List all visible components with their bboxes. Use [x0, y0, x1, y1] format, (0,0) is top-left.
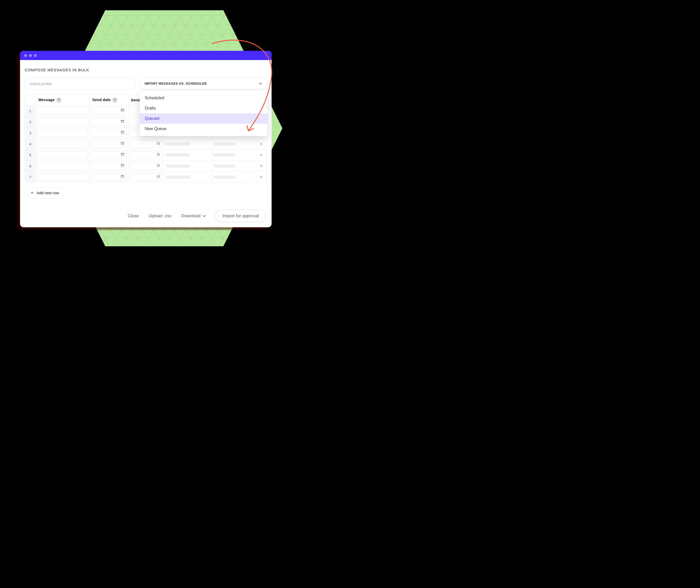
- delete-row-button[interactable]: ✕: [256, 139, 267, 150]
- placeholder-bar: [166, 153, 190, 156]
- traffic-light-minimize[interactable]: [29, 54, 32, 57]
- message-input[interactable]: [37, 162, 88, 170]
- calendar-icon: [121, 142, 124, 146]
- message-input[interactable]: [37, 118, 88, 126]
- send-time-cell: [128, 172, 164, 183]
- dropdown-option-drafts[interactable]: Drafts: [140, 103, 267, 113]
- calendar-icon: [121, 120, 124, 124]
- placeholder-cell: [164, 172, 212, 183]
- import-messages-dropdown[interactable]: IMPORT MESSAGES AS: SCHEDULED: [140, 78, 267, 90]
- send-date-input[interactable]: [91, 162, 126, 170]
- calendar-icon: [121, 131, 124, 135]
- clock-icon: [157, 164, 160, 168]
- row-number: 1: [25, 105, 36, 116]
- calendar-icon: [121, 164, 124, 168]
- plus-icon: ＋: [30, 190, 34, 195]
- message-header-label: Message: [38, 97, 55, 102]
- help-icon[interactable]: ?: [57, 98, 61, 102]
- placeholder-cell: [212, 150, 256, 161]
- placeholder-cell: [164, 161, 212, 172]
- add-row-label: Add new row: [37, 191, 59, 195]
- delete-row-button[interactable]: ✕: [256, 172, 267, 183]
- send-date-input[interactable]: [91, 118, 126, 126]
- row-number: 2: [25, 116, 36, 128]
- calendar-icon: [121, 175, 124, 179]
- svg-rect-15: [121, 142, 124, 145]
- calendar-icon: [121, 153, 124, 157]
- svg-rect-5: [121, 120, 124, 123]
- svg-rect-30: [121, 175, 124, 178]
- calendar-icon: [121, 109, 124, 113]
- send-date-cell: [90, 128, 128, 139]
- select-profile-placeholder: Select profile: [30, 82, 52, 86]
- placeholder-cell: [164, 150, 212, 161]
- message-input[interactable]: [37, 129, 88, 137]
- placeholder-bar: [166, 175, 190, 179]
- row-number: 6: [25, 161, 36, 172]
- message-input[interactable]: [37, 107, 88, 115]
- row-number: 5: [25, 150, 36, 161]
- import-for-approval-button[interactable]: Import for approval: [215, 210, 266, 222]
- download-button[interactable]: Download: [181, 213, 206, 219]
- window-titlebar: [20, 51, 271, 60]
- traffic-light-zoom[interactable]: [34, 54, 37, 57]
- send-date-column-header: Send date ?: [90, 94, 128, 105]
- send-date-cell: [90, 161, 128, 172]
- send-date-cell: [90, 172, 128, 183]
- add-new-row-button[interactable]: ＋ Add new row: [25, 187, 64, 198]
- close-button[interactable]: Close: [128, 213, 139, 219]
- send-date-input[interactable]: [91, 151, 126, 159]
- placeholder-bar: [166, 164, 190, 168]
- message-cell: [36, 128, 90, 139]
- dropdown-option-scheduled[interactable]: Scheduled: [140, 93, 267, 103]
- page-title: COMPOSE MESSAGES IN BULK: [25, 68, 267, 72]
- clock-icon: [157, 142, 160, 146]
- send-date-header-label: Send date: [92, 97, 111, 102]
- send-time-input[interactable]: [130, 151, 162, 159]
- footer-actions: Close Upload .csv Download Import for ap…: [128, 210, 266, 222]
- send-time-input[interactable]: [130, 140, 162, 148]
- placeholder-cell: [212, 172, 256, 183]
- delete-row-button[interactable]: ✕: [256, 150, 267, 161]
- svg-rect-20: [121, 153, 124, 156]
- message-input[interactable]: [37, 173, 88, 181]
- delete-row-button[interactable]: ✕: [256, 161, 267, 172]
- row-number-header: [25, 94, 36, 105]
- message-column-header: Message ?: [36, 94, 90, 105]
- table-row: 4✕: [25, 139, 267, 150]
- send-date-input[interactable]: [91, 140, 126, 148]
- send-date-cell: [90, 116, 128, 128]
- send-date-input[interactable]: [91, 107, 126, 115]
- message-input[interactable]: [37, 140, 88, 148]
- message-cell: [36, 150, 90, 161]
- download-label: Download: [181, 213, 201, 219]
- message-input[interactable]: [37, 151, 88, 159]
- placeholder-cell: [212, 139, 256, 150]
- message-cell: [36, 161, 90, 172]
- send-time-cell: [128, 150, 164, 161]
- send-date-cell: [90, 139, 128, 150]
- placeholder-bar: [214, 175, 236, 179]
- send-date-input[interactable]: [91, 129, 126, 137]
- svg-rect-0: [121, 109, 124, 112]
- placeholder-bar: [214, 142, 236, 145]
- message-cell: [36, 105, 90, 116]
- help-icon[interactable]: ?: [113, 98, 117, 102]
- dropdown-option-queued[interactable]: Queued: [140, 113, 267, 124]
- traffic-light-close[interactable]: [24, 54, 27, 57]
- table-row: 7✕: [25, 172, 267, 183]
- select-profile-dropdown[interactable]: Select profile: [25, 78, 135, 90]
- send-time-cell: [128, 139, 164, 150]
- send-date-input[interactable]: [91, 173, 126, 181]
- send-date-cell: [90, 150, 128, 161]
- message-cell: [36, 116, 90, 128]
- svg-rect-25: [121, 164, 124, 167]
- send-time-input[interactable]: [130, 173, 162, 181]
- message-cell: [36, 172, 90, 183]
- row-number: 7: [25, 172, 36, 183]
- clock-icon: [157, 175, 160, 179]
- dropdown-option-new-queue[interactable]: New Queue: [140, 124, 267, 134]
- send-time-input[interactable]: [130, 162, 162, 170]
- upload-csv-button[interactable]: Upload .csv: [149, 213, 171, 219]
- table-row: 5✕: [25, 150, 267, 161]
